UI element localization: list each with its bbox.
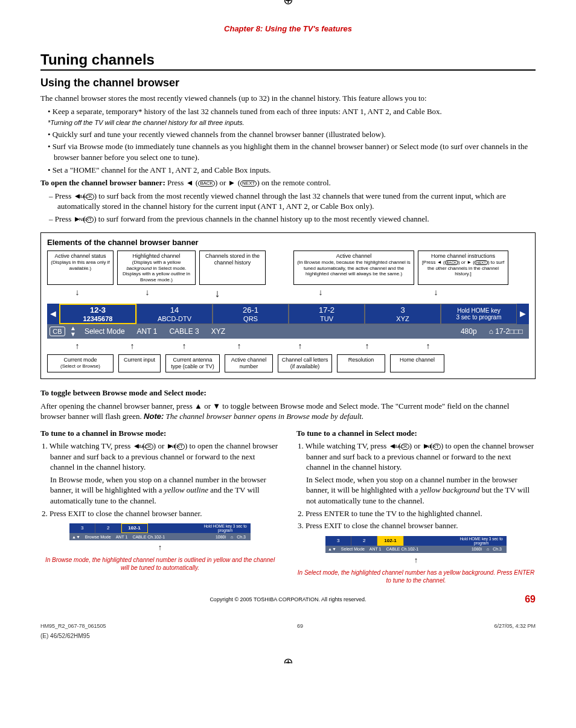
callout-home-instr: Home channel instructions[Press ◄ (BACK)… <box>418 251 508 285</box>
bullet-3: Surf via Browse mode (to immediately tun… <box>48 141 536 162</box>
footer: HM95_R2_067-78_061505 69 6/27/05, 4:32 P… <box>40 623 536 629</box>
model-code: (E) 46/52/62HM95 <box>40 633 536 639</box>
status-input: ANT 1 <box>131 327 164 336</box>
status-resolution: 480p <box>455 327 483 336</box>
browse-step-1: 1. While watching TV, press ◄ (BACK) or … <box>50 441 280 473</box>
updown-icon[interactable]: ▲▼ <box>68 325 78 337</box>
banner-cell-3[interactable]: 26-1QRS <box>213 304 289 324</box>
browse-note: In Browse mode, when you stop on a chann… <box>50 474 280 506</box>
callout-current-input: Current input <box>118 354 161 372</box>
page-title-h2: Using the channel browser <box>40 77 536 89</box>
callout-active-channel: Active channel(In Browse mode, because t… <box>293 251 414 285</box>
dash-1: Press ◄ (BACK) to surf back from the mos… <box>57 191 536 212</box>
select-caption: In Select mode, the highlighted channel … <box>296 569 536 584</box>
footnote: *Turning off the TV will clear the chann… <box>48 118 536 127</box>
callout-home-channel: Home channel <box>390 354 444 372</box>
select-note: In Select mode, when you stop on a chann… <box>306 474 536 506</box>
top-callout-row: Active channel status(Displays in this a… <box>47 251 529 285</box>
bullet-4: Set a "HOME" channel for the ANT 1, ANT … <box>48 165 536 176</box>
status-antenna: CABLE 3 <box>163 327 205 336</box>
browse-heading: To tune to a channel in Browse mode: <box>40 428 280 439</box>
reg-mark-top: ⊕ <box>283 0 293 7</box>
status-home: ⌂ 17-2□□□ <box>483 327 529 336</box>
callout-stored: Channels stored in the channel history <box>199 251 266 285</box>
select-heading: To tune to a channel in Select mode: <box>296 428 536 439</box>
callout-resolution: Resolution <box>337 354 385 372</box>
banner-cell-2[interactable]: 14ABCD-DTV <box>136 304 213 324</box>
callout-active-status: Active channel status(Displays in this a… <box>47 251 114 285</box>
mini-banner-browse: 3 2 102-1 Hold HOME key 3 sec to program… <box>69 523 251 540</box>
cb-icon: CB <box>50 327 65 336</box>
select-step-1: 1. While watching TV, press ◄ (BACK) or … <box>306 441 536 473</box>
mini-banner-select: 3 2 102-1 Hold HOME key 3 sec to program… <box>325 536 507 553</box>
select-step-2: 2. Press ENTER to tune the TV to the hig… <box>306 508 536 519</box>
callout-current-mode: Current mode(Select or Browse) <box>47 354 114 372</box>
callout-antenna-type: Current antenna type (cable or TV) <box>165 354 220 372</box>
diagram-title: Elements of the channel browser banner <box>47 238 529 247</box>
intro-list: Keep a separate, temporary* history of t… <box>40 106 536 176</box>
dash-list: Press ◄ (BACK) to surf back from the mos… <box>40 191 536 225</box>
dash-2: Press ► (NEXT) to surf forward from the … <box>57 214 536 225</box>
footer-mid: 69 <box>297 623 303 629</box>
footer-right: 6/27/05, 4:32 PM <box>494 623 536 629</box>
bullet-2: Quickly surf and tune your recently view… <box>48 129 536 140</box>
diagram-box: Elements of the channel browser banner A… <box>40 232 536 379</box>
banner-status-bar: CB ▲▼ Select Mode ANT 1 CABLE 3 XYZ 480p… <box>47 324 529 339</box>
col-browse: To tune to a channel in Browse mode: 1. … <box>40 426 280 587</box>
banner-cell-4[interactable]: 17-2TUV <box>289 304 365 324</box>
toggle-text: After opening the channel browser banner… <box>40 401 536 422</box>
banner-cell-5[interactable]: 3XYZ <box>365 304 441 324</box>
callout-highlighted: Highlighted channel(Displays with a yell… <box>117 251 196 285</box>
status-call: XYZ <box>205 327 455 336</box>
two-column-section: To tune to a channel in Browse mode: 1. … <box>40 426 536 587</box>
callout-active-num: Active channel number <box>225 354 273 372</box>
banner-right-arrow[interactable]: ► <box>517 304 529 324</box>
callout-call-letters: Channel call letters (if available) <box>278 354 332 372</box>
banner-home-cell: Hold HOME key3 sec to program <box>441 304 517 324</box>
col-select: To tune to a channel in Select mode: 1. … <box>296 426 536 587</box>
channel-browser-banner: ◄ 12-312345678 14ABCD-DTV 26-1QRS 17-2TU… <box>47 304 529 339</box>
browse-step-2: 2. Press EXIT to close the channel brows… <box>50 508 280 519</box>
bottom-callout-row: Current mode(Select or Browse) Current i… <box>47 354 529 372</box>
arrow-row-top: ↓↓↓ ↓↓ <box>47 287 529 300</box>
next-button-icon: NEXT <box>240 180 257 187</box>
page-title-h1: Tuning channels <box>40 51 536 71</box>
select-step-3: 3. Press EXIT to close the channel brows… <box>306 520 536 531</box>
toggle-heading: To toggle between Browse mode and Select… <box>40 388 536 398</box>
browse-caption: In Browse mode, the highlighted channel … <box>40 556 280 572</box>
chapter-header: Chapter 8: Using the TV's features <box>40 24 536 33</box>
bullet-1: Keep a separate, temporary* history of t… <box>48 106 536 117</box>
footer-left: HM95_R2_067-78_061505 <box>40 623 106 629</box>
reg-mark-bottom: ⊕ <box>283 655 293 663</box>
arrow-row-bottom: ↑↑↑ ↑↑↑↑ <box>47 341 529 351</box>
status-mode: Select Mode <box>78 327 131 336</box>
open-banner-line: To open the channel browser banner: Pres… <box>40 177 536 188</box>
banner-left-arrow[interactable]: ◄ <box>47 304 59 324</box>
banner-cell-1[interactable]: 12-312345678 <box>59 304 136 324</box>
intro-text: The channel browser stores the most rece… <box>40 93 536 104</box>
back-button-icon: BACK <box>198 180 215 187</box>
